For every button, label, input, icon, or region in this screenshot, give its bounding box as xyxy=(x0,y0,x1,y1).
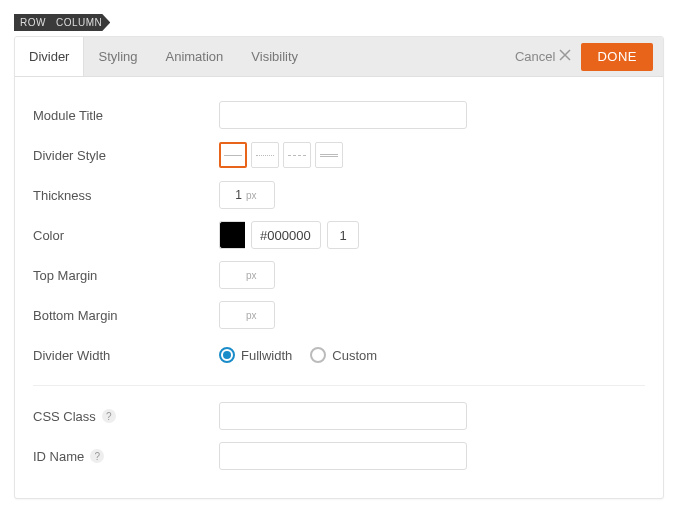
close-icon xyxy=(559,49,571,64)
breadcrumb-column: COLUMN xyxy=(56,17,102,28)
bottom-margin-input[interactable] xyxy=(220,302,246,328)
cancel-label: Cancel xyxy=(515,49,555,64)
tab-divider[interactable]: Divider xyxy=(15,37,84,76)
module-title-input[interactable] xyxy=(219,101,467,129)
color-opacity-input[interactable] xyxy=(327,221,359,249)
cancel-button[interactable]: Cancel xyxy=(505,49,581,64)
color-swatch[interactable] xyxy=(219,221,245,249)
id-name-input[interactable] xyxy=(219,442,467,470)
breadcrumb-row: ROW xyxy=(20,17,46,28)
divider-width-group: Fullwidth Custom xyxy=(219,347,377,363)
help-icon[interactable]: ? xyxy=(102,409,116,423)
settings-panel: Divider Styling Animation Visibility Can… xyxy=(14,36,664,499)
divider-style-double[interactable] xyxy=(315,142,343,168)
label-thickness: Thickness xyxy=(33,188,219,203)
breadcrumb[interactable]: ROW COLUMN xyxy=(14,14,110,31)
divider-style-solid[interactable] xyxy=(219,142,247,168)
thickness-field: px xyxy=(219,181,275,209)
label-top-margin: Top Margin xyxy=(33,268,219,283)
top-margin-field: px xyxy=(219,261,275,289)
tab-bar: Divider Styling Animation Visibility Can… xyxy=(15,37,663,77)
divider-style-dotted[interactable] xyxy=(251,142,279,168)
divider-style-options xyxy=(219,142,343,168)
radio-fullwidth[interactable]: Fullwidth xyxy=(219,347,292,363)
label-id-name: ID Name xyxy=(33,449,84,464)
css-class-input[interactable] xyxy=(219,402,467,430)
top-margin-unit: px xyxy=(246,270,263,281)
bottom-margin-field: px xyxy=(219,301,275,329)
tab-animation[interactable]: Animation xyxy=(152,37,238,76)
radio-custom[interactable]: Custom xyxy=(310,347,377,363)
label-module-title: Module Title xyxy=(33,108,219,123)
top-margin-input[interactable] xyxy=(220,262,246,288)
label-css-class: CSS Class xyxy=(33,409,96,424)
divider-style-dashed[interactable] xyxy=(283,142,311,168)
label-bottom-margin: Bottom Margin xyxy=(33,308,219,323)
tab-styling[interactable]: Styling xyxy=(84,37,151,76)
thickness-input[interactable] xyxy=(220,182,246,208)
label-divider-width: Divider Width xyxy=(33,348,219,363)
tab-visibility[interactable]: Visibility xyxy=(237,37,312,76)
section-divider xyxy=(33,385,645,386)
bottom-margin-unit: px xyxy=(246,310,263,321)
radio-custom-label: Custom xyxy=(332,348,377,363)
radio-icon xyxy=(310,347,326,363)
radio-fullwidth-label: Fullwidth xyxy=(241,348,292,363)
thickness-unit: px xyxy=(246,190,263,201)
done-button[interactable]: DONE xyxy=(581,43,653,71)
radio-icon xyxy=(219,347,235,363)
label-divider-style: Divider Style xyxy=(33,148,219,163)
label-color: Color xyxy=(33,228,219,243)
form-body: Module Title Divider Style Thickness xyxy=(15,77,663,494)
help-icon[interactable]: ? xyxy=(90,449,104,463)
color-hex-input[interactable] xyxy=(251,221,321,249)
